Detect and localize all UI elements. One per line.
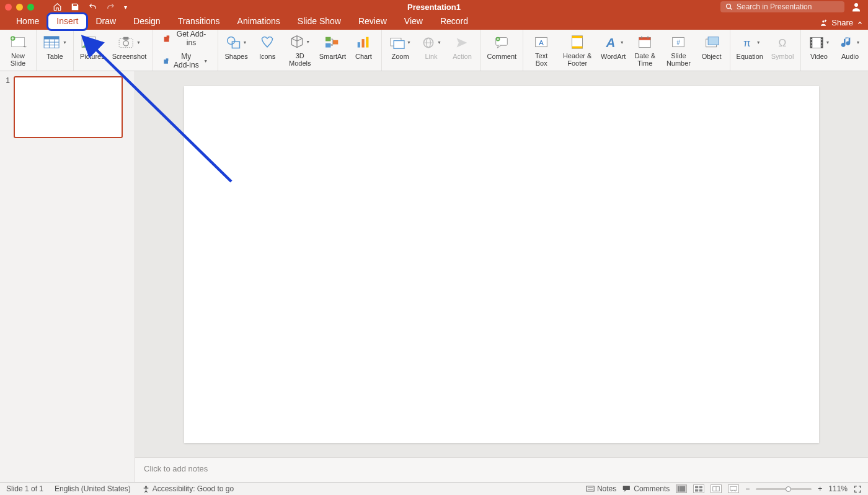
video-button[interactable]: ▼ Video (804, 32, 835, 69)
pictures-button[interactable]: ▼ Pictures (76, 32, 108, 69)
wordart-label: WordArt (601, 53, 626, 61)
svg-rect-26 (362, 39, 365, 48)
svg-point-15 (123, 41, 128, 46)
chart-button[interactable]: Chart (348, 32, 379, 69)
svg-rect-29 (394, 41, 404, 49)
audio-button[interactable]: ▼ Audio (835, 32, 866, 69)
thumbnail-row: 1 (4, 76, 131, 138)
icons-button[interactable]: Icons (252, 32, 283, 69)
svg-rect-67 (695, 486, 698, 489)
slide-indicator[interactable]: Slide 1 of 1 (6, 484, 43, 493)
tab-design[interactable]: Design (125, 14, 169, 30)
zoom-button[interactable]: ▼ Zoom (384, 32, 415, 69)
thumbnail-number: 1 (4, 76, 10, 85)
svg-rect-21 (232, 42, 239, 48)
search-box[interactable] (720, 1, 844, 12)
slide-thumbnail-1[interactable] (14, 76, 123, 138)
new-slide-button[interactable]: New Slide (2, 32, 33, 69)
language-indicator[interactable]: English (United States) (55, 484, 131, 493)
link-button[interactable]: ▼ Link (415, 32, 446, 69)
screenshot-button[interactable]: ▼ Screenshot (108, 32, 151, 69)
reading-view-button[interactable] (711, 484, 722, 493)
slideshow-view-button[interactable] (728, 484, 739, 493)
slide-number-button[interactable]: # Slide Number (661, 32, 696, 69)
svg-point-56 (810, 45, 812, 46)
notes-button[interactable]: Notes (586, 484, 616, 493)
equation-label: Equation (737, 53, 763, 61)
svg-point-57 (821, 39, 822, 40)
text-box-button[interactable]: A Text Box (526, 32, 557, 69)
zoom-in-button[interactable]: + (818, 484, 822, 493)
search-input[interactable] (737, 2, 839, 11)
minimize-window-button[interactable] (16, 4, 23, 11)
accessibility-indicator[interactable]: Accessibility: Good to go (142, 484, 234, 493)
svg-rect-23 (326, 43, 330, 48)
header-footer-button[interactable]: Header & Footer (557, 32, 598, 69)
tab-insert[interactable]: Insert (48, 14, 87, 30)
main-area: 1 Click to add notes (0, 71, 868, 482)
tab-draw[interactable]: Draw (87, 14, 125, 30)
home-icon[interactable] (53, 2, 62, 11)
search-icon (725, 3, 733, 11)
tab-transitions[interactable]: Transitions (169, 14, 229, 30)
ribbon: New Slide ▼ Table ▼ Pictures ▼ Screensho… (0, 30, 868, 71)
zoom-slider[interactable] (756, 488, 812, 490)
canvas-viewport[interactable] (135, 71, 868, 457)
tab-record[interactable]: Record (432, 14, 477, 30)
svg-point-20 (227, 37, 234, 45)
fit-to-window-button[interactable] (854, 485, 862, 493)
svg-text:π: π (743, 37, 751, 49)
redo-icon[interactable] (106, 2, 115, 11)
svg-text:Ω: Ω (779, 37, 787, 49)
date-time-button[interactable]: Date & Time (629, 32, 661, 69)
tab-view[interactable]: View (396, 14, 432, 30)
zoom-slider-thumb[interactable] (786, 486, 791, 492)
action-button[interactable]: Action (446, 32, 477, 69)
comment-label: Comment (487, 53, 516, 61)
comment-button[interactable]: Comment (483, 32, 520, 69)
tab-slideshow[interactable]: Slide Show (289, 14, 350, 30)
audio-label: Audio (841, 53, 859, 61)
notes-button-label: Notes (597, 484, 616, 493)
accessibility-label: Accessibility: Good to go (153, 484, 234, 493)
svg-rect-70 (699, 489, 702, 492)
3d-models-button[interactable]: ▼ 3D Models (283, 32, 317, 69)
pictures-label: Pictures (80, 53, 105, 61)
header-footer-label: Header & Footer (560, 52, 594, 68)
wordart-button[interactable]: A ▼ WordArt (598, 32, 629, 69)
share-label: Share (831, 18, 853, 27)
shapes-button[interactable]: ▼ Shapes (221, 32, 252, 69)
svg-point-58 (821, 42, 822, 43)
undo-icon[interactable] (88, 2, 97, 11)
link-label: Link (425, 53, 437, 61)
save-icon[interactable] (71, 2, 79, 11)
customize-qat-icon[interactable]: ▾ (124, 4, 127, 11)
share-button[interactable]: Share (819, 18, 863, 30)
normal-view-button[interactable] (676, 484, 687, 493)
notes-pane[interactable]: Click to add notes (135, 457, 868, 482)
comments-button[interactable]: Comments (622, 484, 670, 493)
canvas-area: Click to add notes (135, 71, 868, 482)
get-addins-button[interactable]: Get Add-ins (159, 29, 211, 49)
zoom-out-button[interactable]: − (745, 484, 750, 493)
tab-review[interactable]: Review (350, 14, 396, 30)
3d-models-label: 3D Models (286, 52, 313, 68)
svg-point-59 (821, 45, 822, 46)
maximize-window-button[interactable] (27, 4, 34, 11)
table-button[interactable]: ▼ Table (39, 32, 71, 69)
sorter-view-button[interactable] (693, 484, 704, 493)
slide-canvas[interactable] (184, 86, 819, 443)
text-box-label: Text Box (529, 52, 553, 68)
close-window-button[interactable] (5, 4, 12, 11)
symbol-button[interactable]: Ω Symbol (767, 32, 798, 69)
tab-home[interactable]: Home (7, 14, 48, 30)
screenshot-label: Screenshot (112, 53, 147, 61)
equation-button[interactable]: π ▼ Equation (733, 32, 767, 69)
zoom-percent[interactable]: 111% (828, 484, 848, 493)
tab-animations[interactable]: Animations (229, 14, 289, 30)
smartart-button[interactable]: SmartArt (317, 32, 348, 69)
my-addins-button[interactable]: My Add-ins ▼ (159, 51, 211, 71)
object-button[interactable]: Object (696, 32, 727, 69)
profile-icon[interactable] (851, 1, 862, 12)
action-label: Action (453, 53, 472, 61)
